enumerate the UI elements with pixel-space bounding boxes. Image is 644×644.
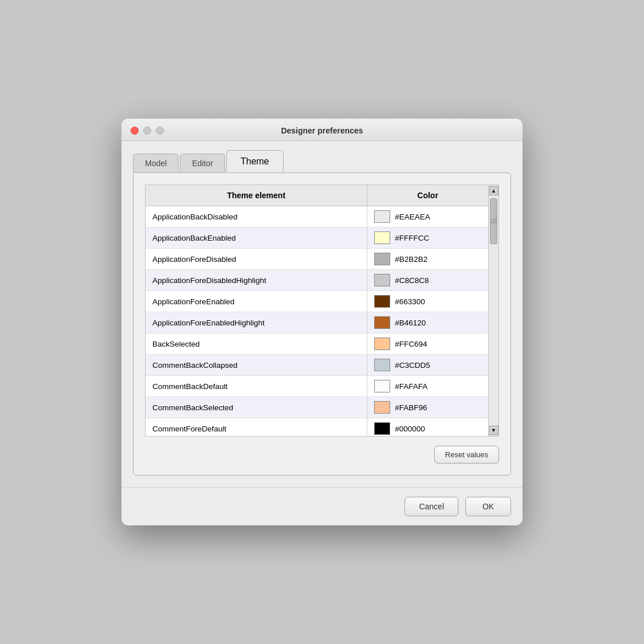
color-swatch[interactable]	[374, 359, 390, 371]
color-cell[interactable]: #C3CDD5	[367, 355, 488, 376]
color-hex: #000000	[395, 425, 425, 433]
color-swatch[interactable]	[374, 401, 390, 414]
color-hex: #C8C8C8	[395, 276, 429, 285]
col-color-header: Color	[367, 185, 488, 206]
tab-bar: Model Editor Theme	[133, 150, 511, 172]
table-row[interactable]: CommentForeDefault#000000	[146, 418, 488, 437]
color-swatch[interactable]	[374, 231, 390, 244]
scrollbar-down-arrow[interactable]: ▼	[489, 426, 498, 435]
element-name-cell: CommentForeDefault	[146, 418, 367, 437]
color-swatch[interactable]	[374, 210, 390, 223]
table-header-row: Theme element Color	[146, 185, 488, 206]
color-cell[interactable]: #FFFFCC	[367, 227, 488, 249]
actions-row: Reset values	[145, 446, 499, 464]
color-cell[interactable]: #663300	[367, 291, 488, 312]
color-swatch[interactable]	[374, 316, 390, 329]
table-row[interactable]: ApplicationForeEnabled#663300	[146, 291, 488, 312]
col-element-header: Theme element	[146, 185, 367, 206]
table-row[interactable]: CommentBackSelected#FABF96	[146, 397, 488, 418]
close-button[interactable]	[131, 127, 139, 135]
element-name-cell: ApplicationForeDisabledHighlight	[146, 270, 367, 291]
color-cell[interactable]: #000000	[367, 418, 488, 437]
table-row[interactable]: ApplicationForeEnabledHighlight#B46120	[146, 312, 488, 333]
tab-theme[interactable]: Theme	[226, 150, 284, 172]
table-row[interactable]: ApplicationBackEnabled#FFFFCC	[146, 227, 488, 249]
color-cell[interactable]: #B2B2B2	[367, 249, 488, 270]
element-name-cell: CommentBackSelected	[146, 397, 367, 418]
color-cell[interactable]: #FABF96	[367, 397, 488, 418]
reset-values-button[interactable]: Reset values	[434, 446, 499, 464]
theme-table-container: Theme element Color ApplicationBackDisab…	[145, 184, 499, 437]
traffic-lights	[131, 127, 164, 135]
cancel-button[interactable]: Cancel	[405, 497, 458, 516]
ok-button[interactable]: OK	[465, 497, 511, 516]
table-row[interactable]: ApplicationForeDisabled#B2B2B2	[146, 249, 488, 270]
color-cell[interactable]: #EAEAEA	[367, 206, 488, 227]
color-hex: #B46120	[395, 319, 426, 327]
grip-line-1	[491, 219, 497, 220]
color-hex: #FABF96	[395, 403, 427, 412]
table-scroll-area[interactable]: Theme element Color ApplicationBackDisab…	[146, 185, 488, 436]
table-row[interactable]: CommentBackDefault#FAFAFA	[146, 376, 488, 397]
element-name-cell: ApplicationForeEnabled	[146, 291, 367, 312]
table-row[interactable]: ApplicationForeDisabledHighlight#C8C8C8	[146, 270, 488, 291]
color-hex: #FAFAFA	[395, 382, 427, 391]
content-area: Model Editor Theme Theme element Color	[121, 141, 523, 487]
window-title: Designer preferences	[281, 126, 363, 135]
color-hex: #FFFFCC	[395, 234, 429, 242]
scrollbar-up-arrow[interactable]: ▲	[489, 186, 498, 195]
color-swatch[interactable]	[374, 422, 390, 435]
color-hex: #B2B2B2	[395, 255, 427, 264]
element-name-cell: ApplicationBackDisabled	[146, 206, 367, 227]
grip-line-2	[491, 221, 497, 222]
color-swatch[interactable]	[374, 253, 390, 265]
color-hex: #EAEAEA	[395, 213, 430, 221]
tab-model[interactable]: Model	[133, 154, 179, 172]
bottom-buttons-area: Cancel OK	[121, 487, 523, 525]
color-hex: #C3CDD5	[395, 361, 430, 370]
color-hex: #663300	[395, 297, 425, 306]
theme-panel: Theme element Color ApplicationBackDisab…	[133, 172, 511, 476]
table-row[interactable]: ApplicationBackDisabled#EAEAEA	[146, 206, 488, 227]
element-name-cell: ApplicationForeDisabled	[146, 249, 367, 270]
scrollbar-grip	[491, 219, 497, 223]
title-bar: Designer preferences	[121, 119, 523, 141]
element-name-cell: BackSelected	[146, 333, 367, 355]
color-cell[interactable]: #C8C8C8	[367, 270, 488, 291]
element-name-cell: ApplicationBackEnabled	[146, 227, 367, 249]
color-swatch[interactable]	[374, 337, 390, 350]
element-name-cell: CommentBackDefault	[146, 376, 367, 397]
scrollbar-thumb[interactable]	[490, 198, 497, 244]
table-row[interactable]: BackSelected#FFC694	[146, 333, 488, 355]
color-swatch[interactable]	[374, 274, 390, 286]
color-hex: #FFC694	[395, 340, 427, 348]
table-row[interactable]: CommentBackCollapsed#C3CDD5	[146, 355, 488, 376]
color-swatch[interactable]	[374, 380, 390, 392]
scrollbar-thumb-area	[489, 195, 498, 426]
color-cell[interactable]: #FFC694	[367, 333, 488, 355]
color-cell[interactable]: #FAFAFA	[367, 376, 488, 397]
theme-table: Theme element Color ApplicationBackDisab…	[146, 185, 488, 436]
preferences-window: Designer preferences Model Editor Theme …	[121, 119, 523, 525]
element-name-cell: CommentBackCollapsed	[146, 355, 367, 376]
tab-editor[interactable]: Editor	[180, 154, 225, 172]
grip-line-3	[491, 223, 497, 223]
maximize-button[interactable]	[156, 127, 164, 135]
color-swatch[interactable]	[374, 295, 390, 308]
minimize-button[interactable]	[143, 127, 151, 135]
scrollbar-track: ▲ ▼	[488, 185, 498, 436]
element-name-cell: ApplicationForeEnabledHighlight	[146, 312, 367, 333]
color-cell[interactable]: #B46120	[367, 312, 488, 333]
